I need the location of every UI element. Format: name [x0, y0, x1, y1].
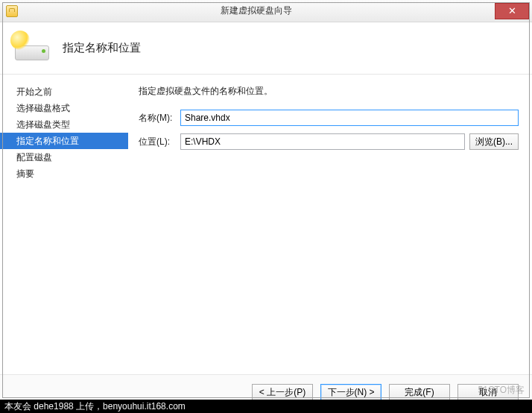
wizard-body: 开始之前 选择磁盘格式 选择磁盘类型 指定名称和位置 配置磁盘 摘要 指定虚拟硬…: [0, 75, 532, 374]
app-icon: [6, 5, 18, 17]
location-row: 位置(L): 浏览(B)...: [139, 133, 519, 150]
name-input[interactable]: [180, 110, 519, 126]
step-name-location[interactable]: 指定名称和位置: [0, 133, 128, 149]
step-disk-format[interactable]: 选择磁盘格式: [0, 100, 128, 116]
step-label: 选择磁盘类型: [16, 119, 70, 130]
step-before-begin[interactable]: 开始之前: [0, 83, 128, 100]
wizard-header: 指定名称和位置: [0, 22, 532, 75]
step-label: 开始之前: [16, 86, 52, 97]
step-label: 摘要: [16, 168, 34, 179]
close-button[interactable]: ✕: [495, 3, 529, 19]
close-icon: ✕: [508, 5, 516, 16]
step-disk-type[interactable]: 选择磁盘类型: [0, 116, 128, 133]
step-label: 选择磁盘格式: [16, 103, 70, 113]
name-label: 名称(M):: [139, 112, 180, 124]
instruction-text: 指定虚拟硬盘文件的名称和位置。: [139, 85, 519, 98]
main-panel: 指定虚拟硬盘文件的名称和位置。 名称(M): 位置(L): 浏览(B)...: [128, 75, 532, 374]
previous-button[interactable]: < 上一步(P): [252, 384, 313, 401]
name-row: 名称(M):: [139, 110, 519, 126]
disk-icon: [10, 31, 52, 66]
browse-button[interactable]: 浏览(B)...: [469, 133, 519, 150]
step-label: 指定名称和位置: [16, 136, 79, 146]
wizard-steps: 开始之前 选择磁盘格式 选择磁盘类型 指定名称和位置 配置磁盘 摘要: [0, 75, 128, 374]
page-title: 指定名称和位置: [63, 41, 141, 55]
location-input[interactable]: [180, 133, 465, 150]
finish-button[interactable]: 完成(F): [389, 384, 450, 401]
step-summary[interactable]: 摘要: [0, 165, 128, 182]
step-label: 配置磁盘: [16, 152, 52, 163]
window-title: 新建虚拟硬盘向导: [18, 4, 495, 17]
location-label: 位置(L):: [139, 136, 180, 148]
titlebar: 新建虚拟硬盘向导 ✕: [0, 0, 532, 22]
watermark-text: 51CTO博客: [478, 384, 525, 397]
caption-strip: 本友会 dehe1988 上传，benyouhui.it168.com: [0, 400, 532, 413]
next-button[interactable]: 下一步(N) >: [320, 384, 381, 401]
step-configure-disk[interactable]: 配置磁盘: [0, 149, 128, 165]
